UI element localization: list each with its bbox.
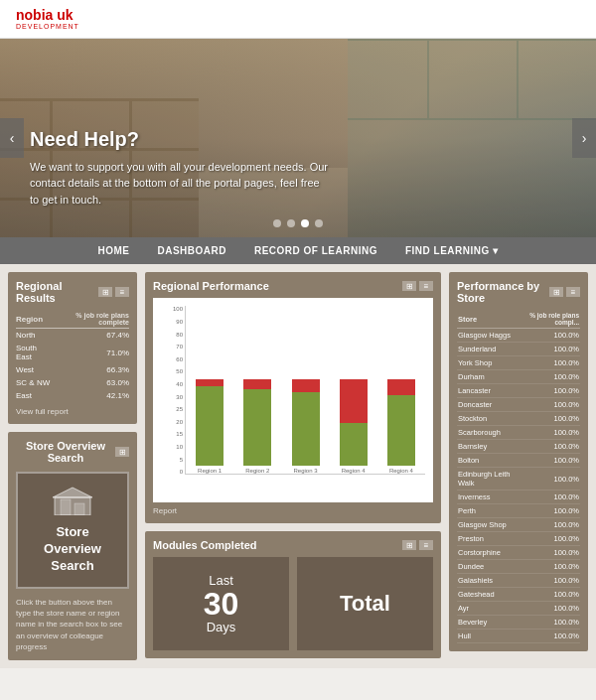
store-overview-button[interactable]: StoreOverviewSearch <box>16 472 129 589</box>
y-label-60: 60 <box>161 356 183 362</box>
store-row: Hull100.0% <box>457 630 580 643</box>
regional-results-row: West66.3% <box>16 363 129 376</box>
store-pct-cell: 100.0% <box>520 398 580 412</box>
store-name-cell: Perth <box>457 504 520 518</box>
hero-dot-3[interactable] <box>301 219 309 227</box>
store-name-cell: Preston <box>457 532 520 546</box>
view-full-report-link[interactable]: View full report <box>16 407 129 416</box>
store-row: Sunderland100.0% <box>457 343 580 356</box>
store-pct-cell: 100.0% <box>520 412 580 426</box>
bar-red-2 <box>243 379 271 389</box>
modules-completed-title: Modules Completed <box>153 539 257 551</box>
hero-content: Need Help? We want to support you with a… <box>30 128 328 209</box>
bar-stack-1 <box>196 379 224 466</box>
store-name-cell: Glasgow Haggs <box>457 329 520 343</box>
bar-red-3 <box>292 379 320 392</box>
store-name-cell: Barnsley <box>457 440 520 454</box>
y-label-50: 50 <box>161 368 183 374</box>
perf-store-settings-icon[interactable]: ≡ <box>566 287 580 297</box>
nav-record-of-learning[interactable]: RECORD OF LEARNING <box>240 237 391 264</box>
regional-results-row: East42.1% <box>16 389 129 402</box>
logo-sub: DEVELOPMENT <box>16 23 79 30</box>
hero-next-button[interactable]: › <box>572 118 596 158</box>
store-row: Doncaster100.0% <box>457 398 580 412</box>
y-label-10: 10 <box>161 444 183 450</box>
store-pct-cell: 100.0% <box>520 329 580 343</box>
store-expand-icon[interactable]: ⊞ <box>115 447 129 457</box>
store-name-cell: York Shop <box>457 356 520 370</box>
nav-home[interactable]: HOME <box>83 237 143 264</box>
main-navigation: HOME DASHBOARD RECORD OF LEARNING FIND L… <box>0 237 596 264</box>
bar-label-1: Region 1 <box>198 468 222 474</box>
perf-store-icons: ⊞ ≡ <box>549 287 580 297</box>
hero-prev-button[interactable]: ‹ <box>0 118 24 158</box>
bar-red-5 <box>387 379 415 395</box>
store-name-cell: Scarborough <box>457 426 520 440</box>
store-overview-header: Store Overview Search ⊞ <box>16 440 129 464</box>
modules-icons: ⊞ ≡ <box>402 540 433 550</box>
performance-by-store-header: Performance by Store ⊞ ≡ <box>457 280 580 304</box>
bars-container: Region 1 Region 2 <box>185 306 425 475</box>
store-overview-widget: Store Overview Search ⊞ StoreOverviewSea… <box>8 432 137 660</box>
svg-rect-9 <box>427 39 429 118</box>
col-pct-header: % job role plans complete <box>53 310 129 329</box>
store-pct-cell: 100.0% <box>520 518 580 532</box>
nav-find-learning[interactable]: FIND LEARNING ▾ <box>391 237 513 264</box>
store-row: Edinburgh Leith Walk100.0% <box>457 468 580 490</box>
days-number: 30 <box>161 588 281 620</box>
hero-dot-1[interactable] <box>273 219 281 227</box>
perf-settings-icon[interactable]: ≡ <box>419 281 433 291</box>
bar-label-4: Region 4 <box>342 468 366 474</box>
bar-green-5 <box>387 395 415 466</box>
last-30-days-card: Last 30 Days <box>153 557 289 650</box>
bar-label-2: Region 2 <box>245 468 269 474</box>
hero-dot-2[interactable] <box>287 219 295 227</box>
regional-results-header: Regional Results ⊞ ≡ <box>16 280 129 304</box>
bar-red-4 <box>340 379 368 423</box>
pct-cell: 42.1% <box>53 389 129 402</box>
store-row: Galashiels100.0% <box>457 574 580 588</box>
svg-rect-1 <box>0 98 199 101</box>
performance-by-store-title: Performance by Store <box>457 280 549 304</box>
svg-rect-13 <box>61 499 71 515</box>
nav-dashboard[interactable]: DASHBOARD <box>143 237 240 264</box>
modules-expand-icon[interactable]: ⊞ <box>402 540 416 550</box>
store-pct-cell: 100.0% <box>520 384 580 398</box>
svg-rect-7 <box>348 39 596 41</box>
modules-completed-widget: Modules Completed ⊞ ≡ Last 30 Days Total <box>145 531 441 658</box>
store-pct-cell: 100.0% <box>520 468 580 490</box>
perf-store-expand-icon[interactable]: ⊞ <box>549 287 563 297</box>
expand-icon[interactable]: ⊞ <box>98 287 112 297</box>
region-cell: West <box>16 363 53 376</box>
logo: nobia uk DEVELOPMENT <box>16 8 79 30</box>
days-label: Days <box>161 620 281 634</box>
store-row: Dundee100.0% <box>457 560 580 574</box>
regional-performance-chart: 100 90 80 70 60 50 40 30 25 20 15 10 5 0 <box>153 298 433 502</box>
store-overview-description: Click the button above then type the sto… <box>16 597 129 652</box>
store-name-cell: Gateshead <box>457 588 520 602</box>
store-row: Inverness100.0% <box>457 490 580 504</box>
store-name-cell: Edinburgh Leith Walk <box>457 468 520 490</box>
regional-performance-header: Regional Performance ⊞ ≡ <box>153 280 433 292</box>
perf-expand-icon[interactable]: ⊞ <box>402 281 416 291</box>
logo-main: nobia uk <box>16 8 79 23</box>
store-pct-cell: 100.0% <box>520 356 580 370</box>
store-pct-cell: 100.0% <box>520 616 580 630</box>
modules-settings-icon[interactable]: ≡ <box>419 540 433 550</box>
svg-rect-12 <box>55 497 90 515</box>
store-pct-cell: 100.0% <box>520 546 580 560</box>
settings-icon[interactable]: ≡ <box>115 287 129 297</box>
store-pct-cell: 100.0% <box>520 560 580 574</box>
report-link[interactable]: Report <box>153 506 433 515</box>
bar-green-2 <box>243 389 271 466</box>
svg-rect-6 <box>348 39 596 237</box>
hero-dot-4[interactable] <box>315 219 323 227</box>
main-content: Regional Results ⊞ ≡ Region % job role p… <box>0 264 596 668</box>
store-pct-cell: 100.0% <box>520 343 580 356</box>
store-pct-cell: 100.0% <box>520 574 580 588</box>
y-label-5: 5 <box>161 457 183 463</box>
store-overview-icons: ⊞ <box>115 447 129 457</box>
regional-performance-title: Regional Performance <box>153 280 269 292</box>
store-name-cell: Stockton <box>457 412 520 426</box>
pct-cell: 67.4% <box>53 329 129 343</box>
